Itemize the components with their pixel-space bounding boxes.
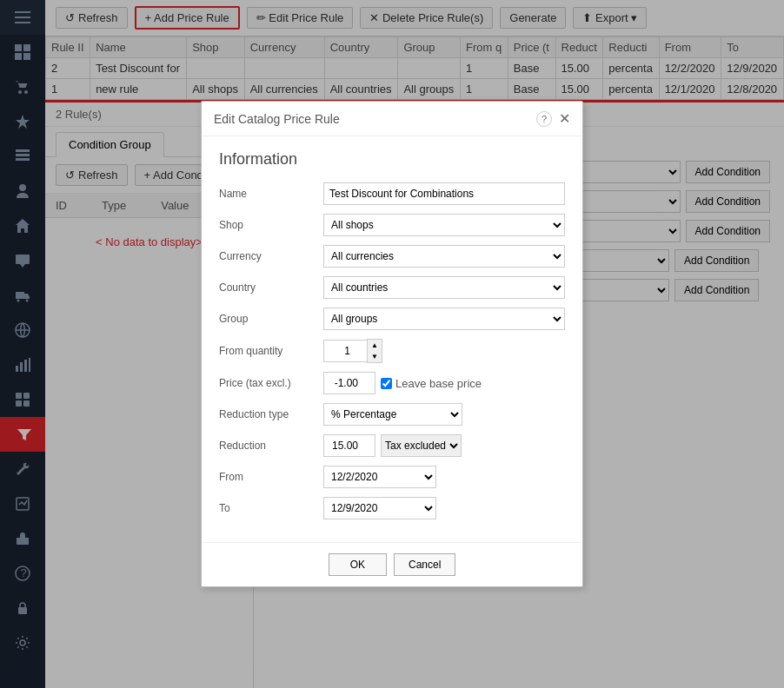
reduction-tax-select[interactable]: Tax excluded Tax included [381, 434, 462, 457]
name-input[interactable] [323, 182, 565, 205]
to-date-select[interactable]: 12/9/2020 [323, 497, 436, 519]
name-label: Name [219, 188, 323, 200]
to-date-label: To [219, 502, 323, 514]
group-label: Group [219, 313, 323, 325]
reduction-type-label: Reduction type [219, 408, 323, 420]
leave-base-price-checkbox[interactable] [381, 378, 392, 389]
ok-button[interactable]: OK [329, 553, 387, 576]
modal-footer: OK Cancel [202, 542, 582, 586]
reduction-row: Reduction Tax excluded Tax included [219, 434, 565, 457]
reduction-type-row: Reduction type % Percentage Amount [219, 403, 565, 426]
modal-section-title: Information [219, 150, 565, 169]
currency-label: Currency [219, 250, 323, 262]
modal-title: Edit Catalog Price Rule [214, 112, 340, 126]
price-input[interactable] [323, 372, 375, 394]
country-row: Country All countries [219, 276, 565, 299]
price-inline: Leave base price [323, 372, 482, 394]
reduction-inline: Tax excluded Tax included [323, 434, 462, 457]
cancel-button[interactable]: Cancel [394, 553, 455, 576]
modal-header: Edit Catalog Price Rule ? ✕ [202, 102, 582, 136]
from-date-row: From 12/2/2020 [219, 466, 565, 488]
modal-help-button[interactable]: ? [536, 111, 552, 127]
price-label: Price (tax excl.) [219, 377, 323, 389]
modal-controls: ? ✕ [536, 110, 570, 127]
from-quantity-spinner: ▲ ▼ [323, 339, 382, 363]
shop-select[interactable]: All shops [323, 214, 565, 236]
modal-overlay: Edit Catalog Price Rule ? ✕ Information … [0, 0, 784, 688]
edit-catalog-price-rule-modal: Edit Catalog Price Rule ? ✕ Information … [201, 101, 583, 587]
from-quantity-input[interactable] [323, 340, 367, 362]
leave-base-price-checkbox-label: Leave base price [381, 377, 482, 390]
from-quantity-row: From quantity ▲ ▼ [219, 339, 565, 363]
group-row: Group All groups [219, 308, 565, 330]
name-row: Name [219, 182, 565, 205]
spinner-buttons: ▲ ▼ [367, 339, 382, 363]
to-date-row: To 12/9/2020 [219, 497, 565, 519]
reduction-label: Reduction [219, 440, 323, 452]
currency-select[interactable]: All currencies [323, 245, 565, 268]
country-select[interactable]: All countries [323, 276, 565, 299]
qty-down-btn[interactable]: ▼ [368, 351, 382, 362]
from-date-select[interactable]: 12/2/2020 [323, 466, 436, 488]
shop-row: Shop All shops [219, 214, 565, 236]
from-quantity-label: From quantity [219, 345, 323, 357]
modal-body: Information Name Shop All shops Currency… [202, 136, 582, 542]
reduction-input[interactable] [323, 434, 375, 457]
reduction-type-select[interactable]: % Percentage Amount [323, 403, 462, 426]
from-date-label: From [219, 471, 323, 483]
group-select[interactable]: All groups [323, 308, 565, 330]
modal-close-button[interactable]: ✕ [559, 110, 570, 127]
price-row: Price (tax excl.) Leave base price [219, 372, 565, 394]
qty-up-btn[interactable]: ▲ [368, 340, 382, 351]
country-label: Country [219, 281, 323, 294]
currency-row: Currency All currencies [219, 245, 565, 268]
shop-label: Shop [219, 219, 323, 231]
